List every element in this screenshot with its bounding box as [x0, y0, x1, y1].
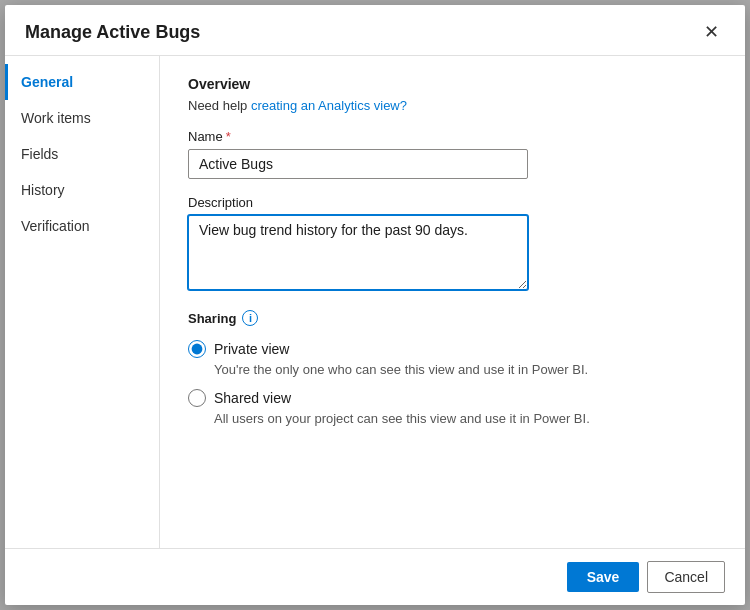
sharing-info-icon[interactable]: i — [242, 310, 258, 326]
description-textarea[interactable]: View bug trend history for the past 90 d… — [188, 215, 528, 290]
cancel-button[interactable]: Cancel — [647, 561, 725, 593]
sidebar-item-history[interactable]: History — [5, 172, 159, 208]
shared-view-row: Shared view — [188, 389, 717, 407]
save-button[interactable]: Save — [567, 562, 640, 592]
name-label: Name * — [188, 129, 717, 144]
private-view-radio[interactable] — [188, 340, 206, 358]
description-label: Description — [188, 195, 717, 210]
dialog: Manage Active Bugs ✕ General Work items … — [5, 5, 745, 605]
sidebar-item-verification[interactable]: Verification — [5, 208, 159, 244]
required-indicator: * — [226, 129, 231, 144]
shared-view-label[interactable]: Shared view — [214, 390, 291, 406]
sidebar-item-general[interactable]: General — [5, 64, 159, 100]
dialog-overlay: Manage Active Bugs ✕ General Work items … — [0, 0, 750, 610]
private-view-description: You're the only one who can see this vie… — [188, 362, 717, 377]
shared-view-option: Shared view All users on your project ca… — [188, 389, 717, 426]
sidebar-item-work-items[interactable]: Work items — [5, 100, 159, 136]
description-field-group: Description View bug trend history for t… — [188, 195, 717, 294]
name-input[interactable] — [188, 149, 528, 179]
dialog-title: Manage Active Bugs — [25, 22, 200, 43]
main-content: Overview Need help creating an Analytics… — [160, 56, 745, 548]
dialog-body: General Work items Fields History Verifi… — [5, 56, 745, 548]
private-view-option: Private view You're the only one who can… — [188, 340, 717, 377]
name-field-group: Name * — [188, 129, 717, 179]
dialog-footer: Save Cancel — [5, 548, 745, 605]
dialog-header: Manage Active Bugs ✕ — [5, 5, 745, 56]
sidebar: General Work items Fields History Verifi… — [5, 56, 160, 548]
help-link[interactable]: creating an Analytics view? — [251, 98, 407, 113]
private-view-row: Private view — [188, 340, 717, 358]
shared-view-radio[interactable] — [188, 389, 206, 407]
overview-heading: Overview — [188, 76, 717, 92]
shared-view-description: All users on your project can see this v… — [188, 411, 717, 426]
close-button[interactable]: ✕ — [698, 21, 725, 43]
sharing-section: Sharing i Private view You're the only o… — [188, 310, 717, 426]
sidebar-item-fields[interactable]: Fields — [5, 136, 159, 172]
sharing-label: Sharing i — [188, 310, 717, 326]
private-view-label[interactable]: Private view — [214, 341, 289, 357]
help-text: Need help creating an Analytics view? — [188, 98, 717, 113]
